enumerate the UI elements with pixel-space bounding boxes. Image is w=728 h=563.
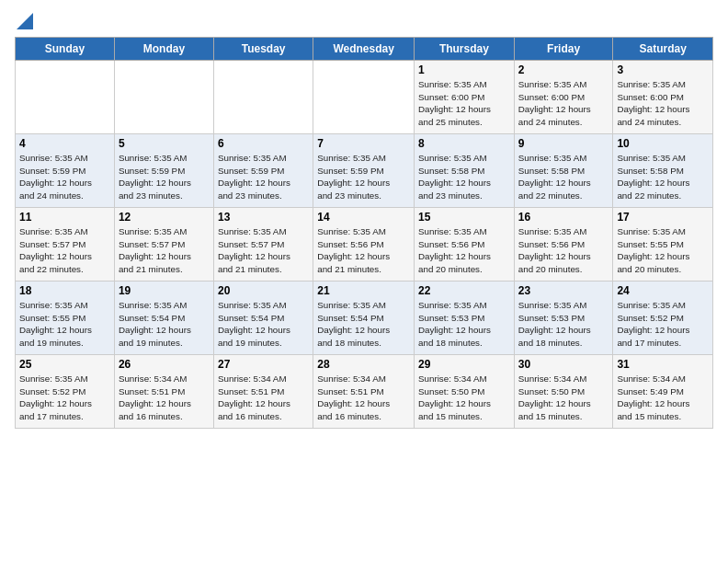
calendar-cell: 17Sunrise: 5:35 AM Sunset: 5:55 PM Dayli… — [613, 208, 713, 282]
day-info: Sunrise: 5:35 AM Sunset: 5:59 PM Dayligh… — [119, 152, 210, 202]
calendar-cell: 23Sunrise: 5:35 AM Sunset: 5:53 PM Dayli… — [514, 282, 613, 355]
day-info: Sunrise: 5:35 AM Sunset: 5:56 PM Dayligh… — [518, 225, 609, 276]
day-info: Sunrise: 5:35 AM Sunset: 5:55 PM Dayligh… — [19, 299, 110, 350]
calendar-cell: 1Sunrise: 5:35 AM Sunset: 6:00 PM Daylig… — [415, 61, 515, 134]
day-info: Sunrise: 5:34 AM Sunset: 5:49 PM Dayligh… — [617, 373, 709, 423]
calendar-cell: 26Sunrise: 5:34 AM Sunset: 5:51 PM Dayli… — [114, 355, 213, 429]
day-info: Sunrise: 5:35 AM Sunset: 5:52 PM Dayligh… — [617, 299, 709, 350]
day-header-friday: Friday — [514, 38, 613, 61]
day-number: 21 — [317, 284, 410, 297]
calendar-cell: 20Sunrise: 5:35 AM Sunset: 5:54 PM Dayli… — [213, 282, 313, 355]
day-number: 11 — [19, 211, 110, 224]
calendar-cell: 27Sunrise: 5:34 AM Sunset: 5:51 PM Dayli… — [213, 355, 313, 429]
calendar-cell: 13Sunrise: 5:35 AM Sunset: 5:57 PM Dayli… — [213, 208, 313, 282]
day-number: 12 — [119, 211, 210, 224]
calendar-cell: 21Sunrise: 5:35 AM Sunset: 5:54 PM Dayli… — [313, 282, 415, 355]
day-number: 16 — [518, 211, 609, 224]
calendar-cell: 12Sunrise: 5:35 AM Sunset: 5:57 PM Dayli… — [114, 208, 213, 282]
calendar-cell: 15Sunrise: 5:35 AM Sunset: 5:56 PM Dayli… — [415, 208, 515, 282]
day-info: Sunrise: 5:34 AM Sunset: 5:51 PM Dayligh… — [218, 373, 309, 423]
day-info: Sunrise: 5:35 AM Sunset: 5:57 PM Dayligh… — [119, 225, 210, 276]
day-number: 4 — [19, 137, 110, 150]
calendar-cell: 6Sunrise: 5:35 AM Sunset: 5:59 PM Daylig… — [213, 134, 313, 208]
calendar-cell: 5Sunrise: 5:35 AM Sunset: 5:59 PM Daylig… — [114, 134, 213, 208]
day-number: 15 — [418, 211, 510, 224]
day-info: Sunrise: 5:35 AM Sunset: 5:58 PM Dayligh… — [617, 152, 709, 202]
day-number: 9 — [518, 137, 609, 150]
day-number: 18 — [19, 284, 110, 297]
day-info: Sunrise: 5:35 AM Sunset: 5:54 PM Dayligh… — [218, 299, 309, 350]
day-info: Sunrise: 5:35 AM Sunset: 5:59 PM Dayligh… — [317, 152, 410, 202]
calendar-cell — [313, 61, 415, 134]
day-number: 20 — [218, 284, 309, 297]
day-number: 24 — [617, 284, 709, 297]
day-number: 19 — [119, 284, 210, 297]
day-info: Sunrise: 5:35 AM Sunset: 5:54 PM Dayligh… — [119, 299, 210, 350]
logo — [15, 15, 33, 29]
calendar-cell: 4Sunrise: 5:35 AM Sunset: 5:59 PM Daylig… — [16, 134, 115, 208]
day-info: Sunrise: 5:35 AM Sunset: 5:57 PM Dayligh… — [19, 225, 110, 276]
day-info: Sunrise: 5:35 AM Sunset: 5:56 PM Dayligh… — [317, 225, 410, 276]
calendar-cell: 19Sunrise: 5:35 AM Sunset: 5:54 PM Dayli… — [114, 282, 213, 355]
day-number: 17 — [617, 211, 709, 224]
day-number: 28 — [317, 358, 410, 371]
day-number: 23 — [518, 284, 609, 297]
day-number: 25 — [19, 358, 110, 371]
day-number: 26 — [119, 358, 210, 371]
day-number: 2 — [518, 63, 609, 76]
day-number: 6 — [218, 137, 309, 150]
day-header-sunday: Sunday — [16, 38, 115, 61]
day-info: Sunrise: 5:35 AM Sunset: 5:58 PM Dayligh… — [518, 152, 609, 202]
calendar-cell: 18Sunrise: 5:35 AM Sunset: 5:55 PM Dayli… — [16, 282, 115, 355]
day-info: Sunrise: 5:35 AM Sunset: 5:54 PM Dayligh… — [317, 299, 410, 350]
day-header-wednesday: Wednesday — [313, 38, 415, 61]
calendar-cell: 31Sunrise: 5:34 AM Sunset: 5:49 PM Dayli… — [613, 355, 713, 429]
day-number: 5 — [119, 137, 210, 150]
day-number: 7 — [317, 137, 410, 150]
day-info: Sunrise: 5:35 AM Sunset: 6:00 PM Dayligh… — [518, 78, 609, 129]
header — [15, 15, 713, 29]
day-header-thursday: Thursday — [415, 38, 515, 61]
calendar-cell: 9Sunrise: 5:35 AM Sunset: 5:58 PM Daylig… — [514, 134, 613, 208]
day-info: Sunrise: 5:35 AM Sunset: 5:58 PM Dayligh… — [418, 152, 510, 202]
calendar-cell: 10Sunrise: 5:35 AM Sunset: 5:58 PM Dayli… — [613, 134, 713, 208]
calendar-table: SundayMondayTuesdayWednesdayThursdayFrid… — [15, 37, 713, 429]
calendar-cell: 2Sunrise: 5:35 AM Sunset: 6:00 PM Daylig… — [514, 61, 613, 134]
calendar-cell — [213, 61, 313, 134]
day-info: Sunrise: 5:34 AM Sunset: 5:51 PM Dayligh… — [119, 373, 210, 423]
logo-triangle-icon — [17, 13, 33, 29]
calendar-cell: 28Sunrise: 5:34 AM Sunset: 5:51 PM Dayli… — [313, 355, 415, 429]
day-header-monday: Monday — [114, 38, 213, 61]
day-number: 14 — [317, 211, 410, 224]
day-info: Sunrise: 5:35 AM Sunset: 5:59 PM Dayligh… — [19, 152, 110, 202]
calendar-cell: 24Sunrise: 5:35 AM Sunset: 5:52 PM Dayli… — [613, 282, 713, 355]
day-info: Sunrise: 5:35 AM Sunset: 6:00 PM Dayligh… — [617, 78, 709, 129]
day-number: 1 — [418, 63, 510, 76]
day-number: 10 — [617, 137, 709, 150]
calendar-cell: 22Sunrise: 5:35 AM Sunset: 5:53 PM Dayli… — [415, 282, 515, 355]
calendar-cell: 11Sunrise: 5:35 AM Sunset: 5:57 PM Dayli… — [16, 208, 115, 282]
day-info: Sunrise: 5:35 AM Sunset: 5:57 PM Dayligh… — [218, 225, 309, 276]
calendar-cell: 16Sunrise: 5:35 AM Sunset: 5:56 PM Dayli… — [514, 208, 613, 282]
day-info: Sunrise: 5:35 AM Sunset: 5:53 PM Dayligh… — [418, 299, 510, 350]
day-number: 29 — [418, 358, 510, 371]
day-number: 27 — [218, 358, 309, 371]
day-info: Sunrise: 5:35 AM Sunset: 5:52 PM Dayligh… — [19, 373, 110, 423]
calendar-cell: 8Sunrise: 5:35 AM Sunset: 5:58 PM Daylig… — [415, 134, 515, 208]
day-number: 8 — [418, 137, 510, 150]
day-info: Sunrise: 5:35 AM Sunset: 5:56 PM Dayligh… — [418, 225, 510, 276]
day-info: Sunrise: 5:35 AM Sunset: 6:00 PM Dayligh… — [418, 78, 510, 129]
calendar-cell: 3Sunrise: 5:35 AM Sunset: 6:00 PM Daylig… — [613, 61, 713, 134]
calendar-cell: 14Sunrise: 5:35 AM Sunset: 5:56 PM Dayli… — [313, 208, 415, 282]
day-info: Sunrise: 5:34 AM Sunset: 5:51 PM Dayligh… — [317, 373, 410, 423]
calendar-cell: 29Sunrise: 5:34 AM Sunset: 5:50 PM Dayli… — [415, 355, 515, 429]
day-number: 31 — [617, 358, 709, 371]
day-number: 22 — [418, 284, 510, 297]
calendar-cell: 25Sunrise: 5:35 AM Sunset: 5:52 PM Dayli… — [16, 355, 115, 429]
day-number: 30 — [518, 358, 609, 371]
day-info: Sunrise: 5:35 AM Sunset: 5:53 PM Dayligh… — [518, 299, 609, 350]
day-number: 13 — [218, 211, 309, 224]
calendar-cell: 30Sunrise: 5:34 AM Sunset: 5:50 PM Dayli… — [514, 355, 613, 429]
day-info: Sunrise: 5:34 AM Sunset: 5:50 PM Dayligh… — [418, 373, 510, 423]
day-info: Sunrise: 5:35 AM Sunset: 5:55 PM Dayligh… — [617, 225, 709, 276]
